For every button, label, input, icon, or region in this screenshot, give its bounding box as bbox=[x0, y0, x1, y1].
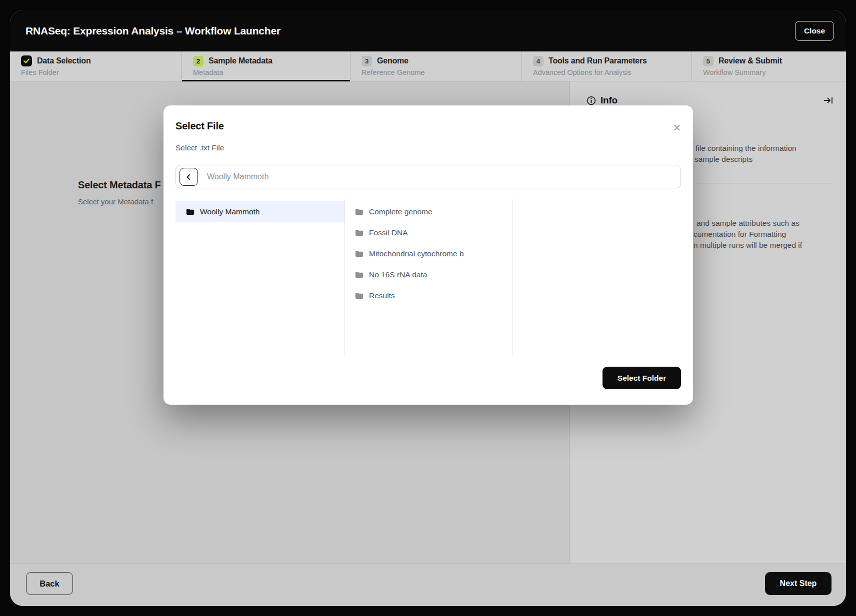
checkbox-checked-icon bbox=[21, 55, 32, 66]
folder-column-children: Complete genome Fossil DNA Mitochondrial… bbox=[345, 199, 512, 357]
info-icon bbox=[586, 96, 596, 105]
folder-row[interactable]: Fossil DNA bbox=[345, 222, 512, 243]
folder-icon bbox=[355, 208, 364, 215]
chevron-left-icon bbox=[186, 174, 192, 180]
step-tools-run-parameters[interactable]: 4 Tools and Run Parameters Advanced Opti… bbox=[522, 51, 692, 81]
info-text-fragment: sample descripts bbox=[694, 155, 752, 164]
info-text-fragment: cumentation for Formatting bbox=[694, 230, 786, 239]
folder-name: Fossil DNA bbox=[369, 228, 408, 237]
step-label: Genome bbox=[377, 56, 408, 65]
folder-icon bbox=[355, 292, 364, 299]
current-path-input[interactable] bbox=[207, 165, 672, 188]
folder-icon bbox=[355, 250, 364, 257]
screen: RNASeq: Expression Analysis – Workflow L… bbox=[0, 0, 856, 616]
window-title: RNASeq: Expression Analysis – Workflow L… bbox=[26, 25, 280, 37]
step-review-submit[interactable]: 5 Review & Submit Workflow Summary bbox=[692, 51, 846, 81]
step-subtitle: Reference Genome bbox=[362, 68, 522, 76]
folder-icon bbox=[355, 229, 364, 236]
folder-row[interactable]: Complete genome bbox=[345, 201, 512, 222]
info-header: Info bbox=[586, 95, 618, 106]
info-panel-title: Info bbox=[600, 95, 618, 106]
folder-row[interactable]: Mitochondrial cytochrome b bbox=[345, 243, 512, 264]
page-subtext: Select your Metadata f bbox=[78, 197, 174, 206]
step-sample-metadata[interactable]: 2 Sample Metadata Metadata bbox=[182, 51, 350, 81]
select-file-dialog: Select File Select .txt File ✕ Woolly Ma… bbox=[164, 105, 693, 405]
folder-column-empty bbox=[512, 199, 681, 357]
folder-column-parent: Woolly Mammoth bbox=[176, 199, 345, 357]
wizard-footer: Back Next Step bbox=[10, 564, 846, 606]
step-data-selection[interactable]: Data Selection Files Folder bbox=[10, 51, 182, 81]
back-button[interactable]: Back bbox=[26, 572, 73, 595]
folder-icon bbox=[355, 271, 364, 278]
step-label: Review & Submit bbox=[718, 56, 782, 65]
step-number-badge: 5 bbox=[703, 56, 714, 66]
step-subtitle: Advanced Options for Analysis bbox=[533, 68, 692, 76]
step-label: Sample Metadata bbox=[208, 56, 272, 65]
path-bar bbox=[176, 165, 681, 188]
select-folder-button[interactable]: Select Folder bbox=[602, 367, 681, 389]
info-text-fragment: n multiple runs will be merged if bbox=[694, 241, 802, 250]
dialog-subtitle: Select .txt File bbox=[176, 143, 224, 152]
step-number-badge: 2 bbox=[193, 56, 204, 66]
dialog-close-icon[interactable]: ✕ bbox=[671, 122, 683, 134]
step-genome[interactable]: 3 Genome Reference Genome bbox=[350, 51, 522, 81]
folder-name: Results bbox=[369, 291, 395, 300]
folder-name: No 16S rNA data bbox=[369, 270, 427, 279]
step-label: Data Selection bbox=[37, 56, 90, 65]
step-subtitle: Metadata bbox=[193, 68, 350, 76]
folder-name: Complete genome bbox=[369, 207, 432, 216]
step-number-badge: 3 bbox=[362, 56, 372, 66]
info-text-fragment: and sample attributes such as bbox=[696, 219, 800, 228]
folder-row-selected[interactable]: Woolly Mammoth bbox=[176, 201, 344, 222]
navigate-back-button[interactable] bbox=[180, 168, 198, 186]
dialog-title: Select File bbox=[176, 120, 224, 132]
step-subtitle: Workflow Summary bbox=[703, 68, 846, 76]
folder-icon bbox=[186, 208, 194, 215]
next-step-button[interactable]: Next Step bbox=[765, 572, 832, 595]
step-label: Tools and Run Parameters bbox=[548, 56, 647, 65]
info-text-fragment: file containing the information bbox=[696, 144, 796, 153]
folder-name: Mitochondrial cytochrome b bbox=[369, 249, 464, 258]
step-number-badge: 4 bbox=[533, 56, 544, 66]
steps-bar: Data Selection Files Folder 2 Sample Met… bbox=[10, 51, 846, 81]
dialog-footer-divider bbox=[164, 357, 693, 357]
titlebar: RNASeq: Expression Analysis – Workflow L… bbox=[10, 10, 846, 51]
folder-row[interactable]: Results bbox=[345, 285, 512, 306]
collapse-panel-icon[interactable] bbox=[823, 95, 834, 106]
folder-name: Woolly Mammoth bbox=[200, 207, 260, 216]
info-divider bbox=[696, 183, 834, 183]
close-button[interactable]: Close bbox=[795, 21, 834, 41]
step-subtitle: Files Folder bbox=[21, 68, 182, 76]
page-title: Select Metadata F bbox=[78, 179, 174, 191]
file-browser: Woolly Mammoth Complete genome Fossil DN… bbox=[164, 199, 693, 357]
folder-row[interactable]: No 16S rNA data bbox=[345, 264, 512, 285]
